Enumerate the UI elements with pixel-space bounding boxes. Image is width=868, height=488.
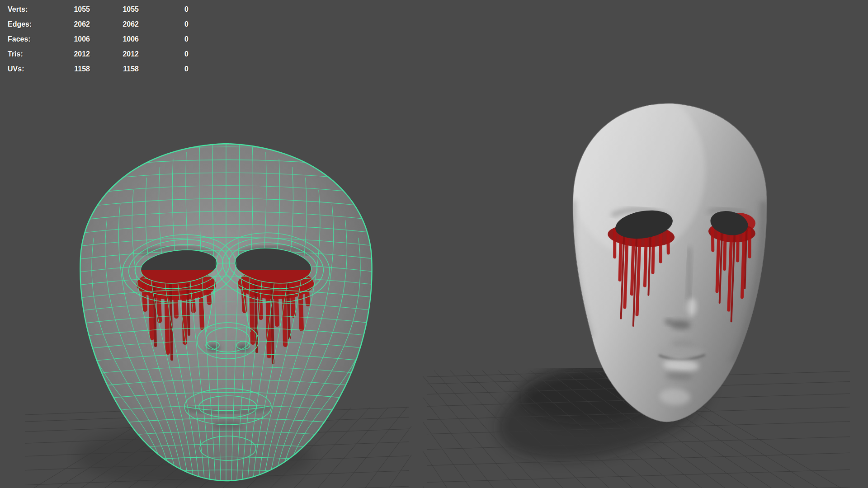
- wireframe-mask-model[interactable]: [63, 136, 393, 488]
- hud-value-selected: 1006: [90, 35, 139, 43]
- hud-row-uvs: UVs: 1158 1158 0: [8, 61, 189, 76]
- hud-label: Verts:: [8, 5, 62, 14]
- poly-count-hud: Verts: 1055 1055 0 Edges: 2062 2062 0 Fa…: [8, 2, 189, 76]
- hud-value-component: 0: [139, 20, 189, 28]
- hud-value-total: 2062: [62, 20, 90, 28]
- hud-value-selected: 2062: [90, 20, 139, 28]
- hud-row-tris: Tris: 2012 2012 0: [8, 47, 189, 61]
- hud-row-edges: Edges: 2062 2062 0: [8, 17, 189, 32]
- hud-value-component: 0: [139, 35, 189, 43]
- hud-value-total: 2012: [62, 50, 90, 58]
- hud-row-faces: Faces: 1006 1006 0: [8, 32, 189, 47]
- hud-value-component: 0: [139, 50, 189, 58]
- hud-value-selected: 2012: [90, 50, 139, 58]
- 3d-viewport[interactable]: Verts: 1055 1055 0 Edges: 2062 2062 0 Fa…: [0, 0, 868, 488]
- hud-value-total: 1158: [62, 65, 90, 73]
- hud-value-component: 0: [139, 5, 189, 14]
- hud-value-selected: 1055: [90, 5, 139, 14]
- hud-label: UVs:: [8, 65, 62, 73]
- hud-label: Tris:: [8, 50, 62, 58]
- hud-row-verts: Verts: 1055 1055 0: [8, 2, 189, 17]
- hud-value-component: 0: [139, 65, 189, 73]
- hud-label: Faces:: [8, 35, 62, 43]
- hud-value-total: 1006: [62, 35, 90, 43]
- hud-value-selected: 1158: [90, 65, 139, 73]
- hud-value-total: 1055: [62, 5, 90, 14]
- hud-label: Edges:: [8, 20, 62, 28]
- shaded-mask-group: [557, 97, 773, 427]
- shaded-mask-model[interactable]: [556, 97, 787, 436]
